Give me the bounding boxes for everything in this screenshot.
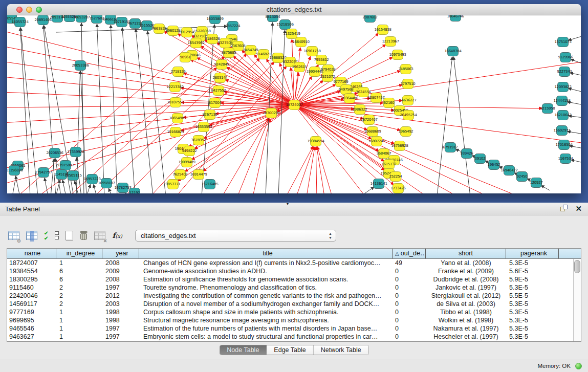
graph-node[interactable]: [220, 38, 231, 48]
graph-node[interactable]: [193, 136, 204, 145]
table-cell[interactable]: 5.3E-5: [506, 316, 559, 324]
column-header-pagerank[interactable]: pagerank: [506, 249, 559, 258]
table-cell[interactable]: 0: [393, 267, 426, 275]
table-cell[interactable]: 0: [393, 316, 426, 324]
table-cell[interactable]: 2003: [102, 300, 139, 308]
graph-edge[interactable]: [108, 188, 112, 193]
table-cell[interactable]: 1: [56, 316, 102, 324]
graph-node[interactable]: [60, 161, 71, 170]
graph-edge[interactable]: [202, 25, 214, 193]
graph-node[interactable]: [287, 29, 297, 39]
graph-node[interactable]: [403, 111, 414, 120]
graph-node[interactable]: [228, 21, 238, 31]
table-cell[interactable]: Structural magnetic resonance image aver…: [139, 316, 393, 324]
table-cell[interactable]: 0: [393, 300, 426, 308]
graph-node[interactable]: [273, 53, 284, 63]
column-header-in_degree[interactable]: in_degree: [56, 249, 102, 258]
graph-node[interactable]: [560, 53, 571, 62]
graph-node[interactable]: [184, 146, 195, 156]
table-row[interactable]: 1938455462009Genome-wide association stu…: [7, 267, 581, 275]
graph-node[interactable]: [374, 179, 384, 189]
graph-node[interactable]: [371, 93, 382, 103]
graph-node[interactable]: [101, 179, 112, 188]
graph-node[interactable]: [475, 154, 486, 164]
graph-node[interactable]: [310, 67, 320, 77]
table-cell[interactable]: 1998: [102, 308, 139, 316]
table-cell[interactable]: Estimation of significance thresholds fo…: [139, 275, 393, 283]
table-row[interactable]: 969969511998Structural magnetic resonanc…: [7, 316, 581, 324]
table-cell[interactable]: 19384554: [7, 267, 56, 275]
graph-edge[interactable]: [94, 185, 97, 193]
graph-node[interactable]: [215, 73, 226, 83]
table-cell[interactable]: 14569117: [7, 300, 56, 308]
graph-node[interactable]: [258, 50, 269, 59]
graph-node[interactable]: [403, 79, 413, 89]
graph-edge[interactable]: [541, 185, 550, 190]
graph-edge[interactable]: [307, 147, 315, 193]
tab-node-table[interactable]: Node Table: [220, 345, 266, 355]
graph-edge[interactable]: [296, 146, 314, 193]
graph-node[interactable]: [180, 53, 191, 62]
graph-node[interactable]: [210, 98, 221, 108]
graph-node[interactable]: [517, 172, 528, 182]
graph-node[interactable]: [170, 82, 181, 92]
graph-node[interactable]: [38, 168, 49, 178]
delete-table-button[interactable]: ✕: [94, 229, 105, 242]
graph-node[interactable]: [289, 100, 300, 110]
graph-edge[interactable]: [569, 116, 581, 118]
table-cell[interactable]: 18724007: [7, 259, 56, 267]
graph-edge[interactable]: [317, 147, 324, 193]
memory-status-dot[interactable]: [575, 363, 582, 369]
tab-edge-table[interactable]: Edge Table: [266, 345, 313, 355]
table-cell[interactable]: 0: [393, 308, 426, 316]
graph-edge[interactable]: [7, 105, 294, 154]
table-cell[interactable]: Genome-wide association studies in ADHD.: [139, 267, 393, 275]
table-cell[interactable]: 2: [56, 283, 102, 292]
function-builder-button[interactable]: f(x): [112, 229, 122, 242]
table-cell[interactable]: 9699695: [7, 316, 56, 324]
graph-node[interactable]: [15, 17, 26, 27]
graph-node[interactable]: [193, 170, 204, 180]
table-cell[interactable]: Estimation of the future numbers of pati…: [139, 324, 393, 333]
graph-node[interactable]: [384, 160, 395, 169]
graph-node[interactable]: [560, 154, 571, 164]
table-cell[interactable]: Investigating the contribution of common…: [139, 292, 393, 300]
table-row[interactable]: 1872400712008Changes of HCN gene express…: [7, 259, 581, 267]
select-column-button[interactable]: [26, 229, 37, 242]
table-row[interactable]: 2242004622012Investigating the contribut…: [7, 292, 581, 300]
graph-node[interactable]: [559, 140, 570, 150]
table-cell[interactable]: 1997: [102, 283, 139, 292]
table-cell[interactable]: Dudbridge et al. (2008): [426, 275, 506, 283]
graph-node[interactable]: [64, 15, 75, 22]
graph-node[interactable]: [205, 110, 215, 120]
table-cell[interactable]: 1: [56, 324, 102, 333]
graph-edge[interactable]: [111, 25, 117, 193]
graph-node[interactable]: [9, 166, 20, 176]
create-column-button[interactable]: [66, 229, 73, 242]
graph-edge[interactable]: [7, 105, 294, 169]
table-cell[interactable]: 5.3E-5: [506, 308, 559, 316]
delete-column-button[interactable]: [80, 229, 88, 242]
graph-node[interactable]: [395, 141, 405, 151]
graph-node[interactable]: [168, 26, 179, 36]
table-cell[interactable]: 0: [393, 324, 426, 333]
graph-edge[interactable]: [569, 36, 581, 40]
graph-node[interactable]: [450, 15, 461, 21]
column-header-name[interactable]: name: [7, 249, 56, 258]
graph-edge[interactable]: [571, 160, 581, 163]
graph-node[interactable]: [316, 55, 327, 65]
show-columns-button[interactable]: ✔✔: [44, 229, 48, 242]
table-cell[interactable]: 2: [56, 292, 102, 300]
graph-node[interactable]: [154, 24, 165, 34]
column-header-out_de[interactable]: △out_de…: [393, 249, 426, 258]
graph-node[interactable]: [224, 48, 234, 58]
table-cell[interactable]: 5.3E-5: [506, 259, 559, 267]
graph-node[interactable]: [296, 37, 307, 47]
table-cell[interactable]: 2012: [102, 292, 139, 300]
table-cell[interactable]: 5.5E-5: [506, 292, 559, 300]
table-row[interactable]: 946554611997Estimation of the future num…: [7, 324, 581, 333]
graph-node[interactable]: [379, 149, 389, 159]
graph-node[interactable]: [191, 38, 202, 48]
graph-node[interactable]: [213, 86, 224, 96]
table-cell[interactable]: 1997: [102, 324, 139, 333]
